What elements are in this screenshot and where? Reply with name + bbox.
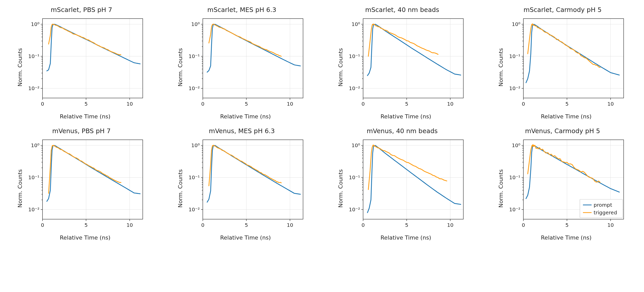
x-tick-label: 0 [41,222,44,228]
x-tick-label: 5 [84,101,88,107]
series-triggered [368,145,447,190]
y-tick-label: 10⁻² [28,85,39,91]
chart-svg: 051010⁻²10⁻¹10⁰prompttriggered [505,136,627,233]
svg-rect-122 [42,140,143,219]
y-tick-label: 10⁰ [512,21,520,27]
y-tick-label: 10⁰ [352,142,360,148]
x-tick-label: 0 [41,101,44,107]
series-prompt [47,145,140,201]
series-triggered [49,145,121,193]
x-tick-label: 5 [84,222,88,228]
y-tick-label: 10⁻² [189,85,200,91]
chart-svg: 051010⁻²10⁻¹10⁰ [345,15,467,112]
y-axis-label: Norm. Counts [498,48,504,87]
x-tick-label: 0 [362,222,365,228]
chart-title: mVenus, 40 nm beads [367,127,438,135]
x-tick-label: 0 [201,222,205,228]
y-tick-label: 10⁻² [189,206,200,213]
x-axis-label: Relative Time (ns) [541,234,592,241]
series-triggered [528,24,600,67]
series-triggered [368,24,438,56]
chart-panel: mScarlet, PBS pH 7Norm. Counts051010⁻²10… [8,6,155,120]
y-axis-label: Norm. Counts [337,169,344,208]
y-axis-label: Norm. Counts [177,48,183,87]
x-tick-label: 10 [607,222,614,228]
chart-panel: mVenus, 40 nm beadsNorm. Counts051010⁻²1… [328,127,476,241]
chart-title: mScarlet, MES pH 6.3 [207,6,276,13]
x-tick-label: 0 [201,101,205,107]
x-tick-label: 10 [447,101,453,107]
y-axis-label: Norm. Counts [17,169,23,208]
series-prompt [47,24,140,71]
chart-svg: 051010⁻²10⁻¹10⁰ [184,136,307,233]
y-tick-label: 10⁻² [28,206,39,213]
chart-svg: 051010⁻²10⁻¹10⁰ [24,136,146,233]
x-axis-label: Relative Time (ns) [381,234,431,241]
y-tick-label: 10⁻² [509,206,520,213]
x-tick-label: 0 [522,222,525,228]
chart-title: mVenus, Carmody pH 5 [525,127,600,135]
x-axis-label: Relative Time (ns) [541,113,592,120]
x-tick-label: 10 [447,222,453,228]
chart-title: mVenus, MES pH 6.3 [209,127,275,135]
y-tick-label: 10⁻¹ [349,53,360,59]
x-tick-label: 5 [565,222,569,228]
series-triggered [49,24,121,55]
series-triggered [528,145,600,182]
chart-title: mScarlet, Carmody pH 5 [523,6,602,13]
x-axis-label: Relative Time (ns) [381,113,431,120]
svg-rect-151 [203,140,303,219]
y-axis-label: Norm. Counts [498,169,504,208]
x-tick-label: 5 [245,101,248,107]
x-tick-label: 10 [607,101,614,107]
x-tick-label: 0 [522,101,525,107]
y-tick-label: 10⁻¹ [28,174,39,180]
legend-label: prompt [594,202,612,208]
series-prompt [367,145,461,213]
x-tick-label: 5 [405,222,408,228]
chart-panel: mScarlet, 40 nm beadsNorm. Counts051010⁻… [328,6,476,120]
svg-rect-93 [523,19,624,98]
series-prompt [367,24,461,76]
x-tick-label: 5 [565,101,569,107]
x-tick-label: 10 [126,101,133,107]
y-tick-label: 10⁻¹ [189,174,200,180]
chart-svg: 051010⁻²10⁻¹10⁰ [184,15,307,112]
x-tick-label: 5 [405,101,408,107]
y-tick-label: 10⁻¹ [509,53,520,59]
svg-rect-180 [363,140,463,219]
y-tick-label: 10⁰ [352,21,360,27]
x-axis-label: Relative Time (ns) [60,113,110,120]
chart-panel: mVenus, PBS pH 7Norm. Counts051010⁻²10⁻¹… [8,127,155,241]
y-tick-label: 10⁻² [349,85,360,91]
chart-title: mScarlet, PBS pH 7 [51,6,112,13]
chart-panel: mVenus, Carmody pH 5Norm. Counts051010⁻²… [489,127,636,241]
chart-panel: mVenus, MES pH 6.3Norm. Counts051010⁻²10… [168,127,316,241]
x-tick-label: 5 [245,222,248,228]
svg-rect-35 [203,19,303,98]
y-tick-label: 10⁰ [191,142,199,148]
y-tick-label: 10⁻¹ [189,53,200,59]
chart-title: mScarlet, 40 nm beads [365,6,439,13]
svg-rect-64 [363,19,463,98]
y-axis-label: Norm. Counts [17,48,23,87]
y-axis-label: Norm. Counts [177,169,183,208]
chart-title: mVenus, PBS pH 7 [52,127,111,135]
x-axis-label: Relative Time (ns) [220,234,271,241]
y-tick-label: 10⁰ [31,21,39,27]
series-prompt [526,145,620,199]
svg-rect-6 [42,19,143,98]
y-axis-label: Norm. Counts [337,48,344,87]
series-prompt [207,24,300,72]
legend: prompttriggered [580,199,623,218]
y-tick-label: 10⁻¹ [349,174,360,180]
y-tick-label: 10⁻² [349,206,360,213]
y-tick-label: 10⁰ [191,21,199,27]
chart-svg: 051010⁻²10⁻¹10⁰ [345,136,467,233]
y-tick-label: 10⁰ [31,142,39,148]
y-tick-label: 10⁰ [512,142,520,148]
chart-svg: 051010⁻²10⁻¹10⁰ [505,15,627,112]
chart-svg: 051010⁻²10⁻¹10⁰ [24,15,146,112]
x-tick-label: 10 [287,222,293,228]
x-tick-label: 10 [287,101,293,107]
